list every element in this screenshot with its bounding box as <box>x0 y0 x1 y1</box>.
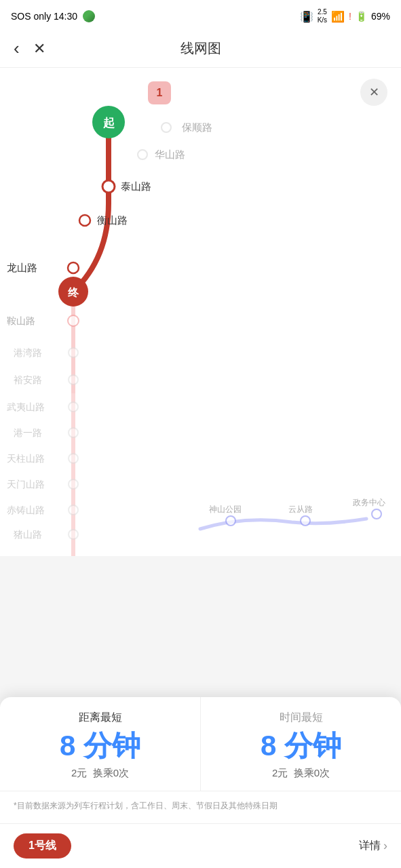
svg-point-8 <box>102 180 115 193</box>
svg-point-30 <box>69 505 78 515</box>
bottom-panel: 距离最短 8 分钟 2元 换乘0次 时间最短 8 分钟 2元 换乘0次 *目前数… <box>0 697 401 868</box>
svg-text:裕安路: 裕安路 <box>14 374 42 385</box>
svg-point-36 <box>301 516 310 526</box>
page-title: 线网图 <box>180 39 221 58</box>
svg-point-16 <box>68 315 79 326</box>
option2-price: 2元 <box>272 767 288 778</box>
svg-text:龙山路: 龙山路 <box>7 262 37 273</box>
line-badge-button[interactable]: 1号线 <box>14 833 71 859</box>
svg-point-28 <box>69 479 78 489</box>
svg-text:起: 起 <box>102 117 115 130</box>
battery-icon: 🔋 <box>356 11 367 22</box>
speed-text: 2.5K/s <box>318 8 327 24</box>
route-options: 距离最短 8 分钟 2元 换乘0次 时间最短 8 分钟 2元 换乘0次 <box>0 697 401 791</box>
svg-text:港湾路: 港湾路 <box>14 347 42 358</box>
svg-text:华山路: 华山路 <box>155 149 185 160</box>
svg-point-4 <box>138 150 147 159</box>
svg-text:神山公园: 神山公园 <box>209 505 242 514</box>
svg-text:政务中心: 政务中心 <box>353 498 385 507</box>
back-button[interactable]: ‹ <box>14 38 20 59</box>
option2-duration: 8 分钟 <box>212 732 390 760</box>
status-bar: SOS only 14:30 📳 2.5K/s 📶 ! 🔋 69% <box>0 0 401 30</box>
svg-point-22 <box>69 402 78 412</box>
svg-text:终: 终 <box>67 287 79 298</box>
svg-point-24 <box>69 428 78 437</box>
svg-text:泰山路: 泰山路 <box>121 180 151 192</box>
svg-text:天柱山路: 天柱山路 <box>7 453 45 464</box>
detail-link[interactable]: 详情 › <box>359 839 387 853</box>
svg-text:港一路: 港一路 <box>14 427 42 438</box>
svg-text:鞍山路: 鞍山路 <box>7 315 35 326</box>
svg-point-26 <box>69 454 78 463</box>
status-left: SOS only 14:30 <box>11 10 95 22</box>
bottom-actions: 1号线 详情 › <box>0 824 401 868</box>
battery-percent: 69% <box>371 11 390 22</box>
svg-point-2 <box>161 123 171 132</box>
svg-text:猪山路: 猪山路 <box>14 529 42 540</box>
header: ‹ ✕ 线网图 <box>0 30 401 68</box>
route-option-shortest-time[interactable]: 时间最短 8 分钟 2元 换乘0次 <box>201 697 401 791</box>
svg-point-10 <box>79 215 90 226</box>
route-option-shortest-distance[interactable]: 距离最短 8 分钟 2元 换乘0次 <box>0 697 201 791</box>
svg-point-12 <box>68 262 79 273</box>
svg-text:天门山路: 天门山路 <box>7 479 45 490</box>
globe-icon <box>83 10 95 22</box>
svg-point-32 <box>69 530 78 539</box>
option1-transfers: 换乘0次 <box>93 767 129 778</box>
option2-details: 2元 换乘0次 <box>212 767 390 780</box>
map-close-button[interactable]: ✕ <box>360 79 387 106</box>
metro-map-svg: 保顺路 华山路 起 泰山路 衡山路 龙山路 终 鞍山路 港湾路 裕安路 武夷山路 <box>0 68 401 556</box>
svg-text:云从路: 云从路 <box>288 505 313 514</box>
svg-text:武夷山路: 武夷山路 <box>7 401 45 412</box>
chevron-right-icon: › <box>383 839 387 853</box>
svg-text:赤铸山路: 赤铸山路 <box>7 505 45 515</box>
svg-point-38 <box>372 509 381 519</box>
step-badge: 1 <box>148 81 171 104</box>
svg-point-20 <box>69 375 78 384</box>
option2-title: 时间最短 <box>212 711 390 725</box>
map-area: 1 ✕ 保顺路 华山路 起 泰山路 衡山路 龙山路 终 <box>0 68 401 556</box>
status-text: SOS only 14:30 <box>11 11 77 22</box>
option1-title: 距离最短 <box>11 711 189 725</box>
vibrate-icon: 📳 <box>300 10 313 23</box>
svg-point-34 <box>226 516 235 526</box>
option1-duration: 8 分钟 <box>11 732 189 760</box>
route-note: *目前数据来源为列车行程计划，含工作日、周末、节假日及其他特殊日期 <box>0 791 401 824</box>
svg-text:保顺路: 保顺路 <box>182 121 212 133</box>
option2-transfers: 换乘0次 <box>294 767 330 778</box>
detail-label: 详情 <box>359 839 381 853</box>
status-right: 📳 2.5K/s 📶 ! 🔋 69% <box>300 8 390 24</box>
svg-point-18 <box>69 348 78 357</box>
wifi-icon: 📶 <box>331 10 345 23</box>
option1-details: 2元 换乘0次 <box>11 767 189 780</box>
close-button[interactable]: ✕ <box>33 40 45 58</box>
svg-text:衡山路: 衡山路 <box>97 214 128 226</box>
option1-price: 2元 <box>71 767 87 778</box>
warning-icon: ! <box>349 11 351 22</box>
